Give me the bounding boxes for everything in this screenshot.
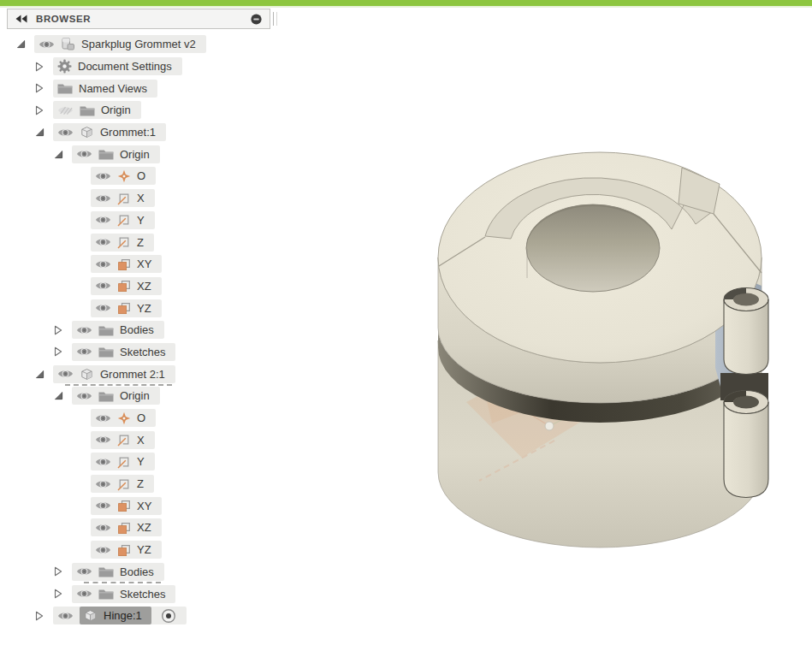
tree-node-z[interactable]: Z — [91, 475, 154, 493]
tree-node-label: Sketches — [120, 588, 165, 601]
eye-visible-icon[interactable] — [39, 39, 55, 50]
tree-node-yz[interactable]: YZ — [91, 541, 162, 559]
plane-icon — [117, 301, 131, 315]
tree-node-label: Named Views — [79, 82, 147, 95]
eye-visible-icon[interactable] — [95, 413, 111, 423]
folder-icon — [98, 588, 114, 600]
tree-node-document-settings[interactable]: Document Settings — [53, 57, 182, 75]
hinge-upper-knuckle[interactable] — [724, 288, 768, 375]
eye-visible-icon[interactable] — [76, 566, 92, 577]
tree-node-sketches[interactable]: Sketches — [72, 343, 175, 361]
tree-row: Named Views — [0, 77, 308, 99]
tree-node-xz[interactable]: XZ — [91, 518, 162, 536]
tree-node-y[interactable]: Y — [91, 211, 155, 229]
eye-visible-icon[interactable] — [57, 369, 74, 379]
eye-visible-icon[interactable] — [95, 500, 111, 511]
tree-node-origin[interactable]: Origin — [72, 145, 160, 163]
expander-expanded-icon[interactable] — [34, 370, 44, 379]
expander-collapsed-icon[interactable] — [34, 83, 44, 93]
eye-visible-icon[interactable] — [57, 127, 74, 138]
axis-icon — [117, 213, 131, 227]
tree-row: O — [0, 407, 308, 429]
tree-node-x[interactable]: X — [91, 189, 155, 207]
tree-node-xz[interactable]: XZ — [91, 277, 162, 295]
tree-node-sketches[interactable]: Sketches — [72, 585, 175, 603]
expander-expanded-icon[interactable] — [53, 150, 63, 159]
eye-visible-icon[interactable] — [95, 457, 111, 467]
tree-node-sparkplug-grommet-v2[interactable]: Sparkplug Grommet v2 — [34, 35, 206, 53]
tree-node-label: Document Settings — [78, 60, 172, 73]
eye-visible-icon[interactable] — [95, 303, 111, 313]
plane-icon — [117, 521, 131, 535]
tree-row: Origin — [0, 99, 308, 121]
tree-node-label: XZ — [137, 521, 151, 534]
tree-node-hinge-1[interactable]: Hinge:1 — [53, 607, 187, 624]
eye-visible-icon[interactable] — [95, 281, 111, 291]
folder-icon — [98, 148, 114, 160]
eye-visible-icon[interactable] — [76, 325, 92, 335]
tree-node-origin[interactable]: Origin — [72, 387, 160, 405]
tree-node-grommet-2-1[interactable]: Grommet 2:1 — [53, 365, 175, 383]
tree-node-yz[interactable]: YZ — [91, 299, 162, 317]
expander-collapsed-icon[interactable] — [53, 566, 63, 577]
eye-visible-icon[interactable] — [95, 171, 111, 181]
tree-row: YZ — [0, 539, 308, 561]
tree-node-bodies[interactable]: Bodies — [72, 563, 164, 581]
tree-node-y[interactable]: Y — [91, 453, 155, 471]
eye-visible-icon[interactable] — [95, 259, 111, 269]
eye-visible-icon[interactable] — [95, 479, 111, 489]
panel-resize-handle[interactable] — [273, 12, 277, 26]
eye-hidden-icon[interactable] — [57, 105, 74, 115]
eye-visible-icon[interactable] — [76, 391, 92, 401]
expander-collapsed-icon[interactable] — [53, 325, 63, 335]
tree-node-x[interactable]: X — [91, 431, 155, 449]
expander-collapsed-icon[interactable] — [53, 346, 63, 357]
tree-node-origin[interactable]: Origin — [53, 101, 141, 119]
expander-expanded-icon[interactable] — [15, 39, 26, 49]
eye-visible-icon[interactable] — [95, 435, 111, 445]
expander-collapsed-icon[interactable] — [34, 105, 44, 115]
eye-visible-icon[interactable] — [95, 193, 111, 204]
tree-node-named-views[interactable]: Named Views — [53, 80, 157, 98]
activate-component-radio[interactable] — [161, 608, 176, 624]
tree-node-z[interactable]: Z — [91, 234, 154, 252]
eye-visible-icon[interactable] — [57, 611, 74, 621]
eye-visible-icon[interactable] — [95, 523, 111, 533]
plane-icon — [117, 257, 131, 271]
eye-visible-icon[interactable] — [95, 215, 111, 225]
gear-icon — [57, 59, 72, 74]
expander-collapsed-icon[interactable] — [53, 589, 63, 599]
tree-node-label: Sketches — [120, 346, 165, 358]
eye-visible-icon[interactable] — [76, 346, 92, 357]
expander-collapsed-icon[interactable] — [34, 611, 44, 621]
plane-icon — [117, 279, 131, 293]
axis-icon — [117, 433, 131, 447]
tree-node-o[interactable]: O — [91, 167, 156, 185]
options-dash-icon[interactable] — [250, 13, 263, 26]
expander-expanded-icon[interactable] — [53, 391, 63, 400]
tree-row: Z — [0, 473, 308, 495]
tree-node-bodies[interactable]: Bodies — [72, 321, 164, 339]
eye-visible-icon[interactable] — [76, 589, 92, 599]
tree-node-o[interactable]: O — [91, 409, 156, 427]
tree-node-xy[interactable]: XY — [91, 497, 162, 515]
axis-icon — [117, 235, 131, 249]
tree-node-label: Bodies — [120, 323, 154, 336]
collapse-panel-icon[interactable] — [15, 15, 28, 23]
tree-node-label: Z — [137, 477, 144, 490]
tree-node-label: Bodies — [120, 565, 154, 578]
eye-visible-icon[interactable] — [76, 149, 92, 159]
eye-visible-icon[interactable] — [95, 545, 111, 555]
hinge-lower-knuckle[interactable] — [724, 391, 768, 498]
expander-collapsed-icon[interactable] — [34, 62, 44, 72]
tree-node-xy[interactable]: XY — [91, 255, 162, 273]
tree-node-label: Y — [137, 455, 145, 468]
component-icon — [80, 367, 94, 382]
folder-icon — [98, 346, 114, 358]
active-component-highlight[interactable]: Hinge:1 — [80, 607, 151, 624]
expander-expanded-icon[interactable] — [34, 127, 44, 137]
axis-icon — [117, 455, 131, 469]
grommet-upper-half[interactable] — [438, 152, 762, 403]
eye-visible-icon[interactable] — [95, 237, 111, 247]
tree-node-grommet-1[interactable]: Grommet:1 — [53, 123, 166, 141]
